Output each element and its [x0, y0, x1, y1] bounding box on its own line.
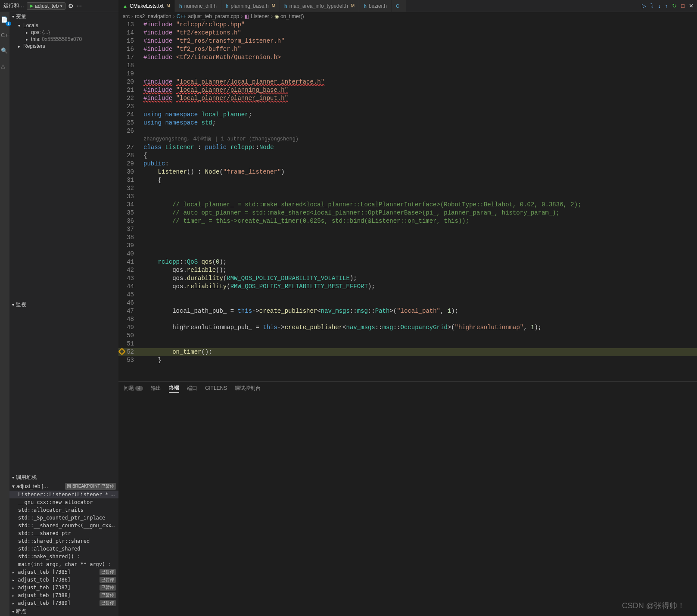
breakpoint-icon[interactable] [118, 348, 125, 355]
thread-item[interactable]: ▸ adjust_teb [7385]已暂停 [9, 568, 118, 576]
tab-output[interactable]: 输出 [151, 384, 161, 393]
code-line[interactable]: 25using namespace std; [118, 119, 697, 127]
tab-problems[interactable]: 问题 4 [124, 384, 143, 393]
editor-tab[interactable]: hbezier.h [359, 0, 392, 12]
code-line[interactable]: 32 [118, 184, 697, 193]
callstack-target[interactable]: ▾ adjust_teb [… 因 BREAKPOINT 已暂停 [9, 482, 118, 491]
code-line[interactable]: 46 [118, 299, 697, 307]
code-line[interactable]: 18 [118, 62, 697, 70]
tab-ports[interactable]: 端口 [187, 384, 197, 393]
breadcrumb[interactable]: src › ros2_navigation › C++ adjust_teb_p… [118, 12, 697, 21]
explorer-icon[interactable]: 📄 [1, 16, 9, 24]
code-line[interactable]: 36 // timer_ = this->create_wall_timer(0… [118, 217, 697, 225]
code-line[interactable]: 16#include "tf2_ros/buffer.h" [118, 45, 697, 53]
code-line[interactable]: 26 [118, 127, 697, 135]
code-line[interactable]: 29public: [118, 160, 697, 168]
code-line[interactable]: 41 rclcpp::QoS qos(0); [118, 258, 697, 266]
callstack-frame[interactable]: std::__shared_count<(__gnu_cxx::_ [9, 522, 118, 529]
callstack-frame[interactable]: std::shared_ptr::shared [9, 537, 118, 545]
cpp-icon[interactable]: C++ [1, 32, 9, 40]
code-line[interactable]: 21#include "local_planner/planning_base.… [118, 86, 697, 94]
code-line[interactable]: 52 on_timer(); [118, 348, 697, 356]
code-line[interactable]: 22#include "local_planner/planner_input.… [118, 94, 697, 103]
thread-item[interactable]: ▸ adjust_teb [7389]已暂停 [9, 599, 118, 607]
callstack-frame[interactable]: std::make_shared() : [9, 553, 118, 560]
code-line[interactable]: 15#include "tf2_ros/transform_listener.h… [118, 37, 697, 45]
editor-tab[interactable]: hmap_area_info_typedef.hM [280, 0, 359, 12]
line-number: 34 [118, 201, 140, 209]
code-line[interactable]: 47 local_path_pub_ = this->create_publis… [118, 307, 697, 315]
code-line[interactable]: 20#include "local_planner/local_planner_… [118, 78, 697, 86]
breakpoints-section[interactable]: ▾ 断点 [9, 607, 118, 616]
editor-tab[interactable]: ▲CMakeLists.txtM [118, 0, 175, 12]
registers-group[interactable]: ▸ Registers [16, 43, 118, 50]
code-line[interactable]: 43 qos.durability(RMW_QOS_POLICY_DURABIL… [118, 274, 697, 283]
debug-restart-icon[interactable]: ↻ [672, 3, 677, 9]
testing-icon[interactable]: △ [1, 63, 9, 71]
thread-item[interactable]: ▸ adjust_teb [7387]已暂停 [9, 584, 118, 591]
watch-section[interactable]: ▾ 监视 [9, 300, 118, 309]
code-line[interactable]: 37 [118, 225, 697, 233]
debug-stop-icon[interactable]: □ [681, 3, 685, 9]
code-line[interactable]: 28{ [118, 152, 697, 160]
code-line[interactable]: 14#include "tf2/exceptions.h" [118, 29, 697, 37]
code-line[interactable]: 53 } [118, 356, 697, 364]
code-line[interactable]: 17#include <tf2/LinearMath/Quaternion.h> [118, 53, 697, 62]
modified-indicator: M [351, 3, 355, 8]
code-editor[interactable]: 13#include "rclcpp/rclcpp.hpp"14#include… [118, 21, 697, 381]
variable-this[interactable]: ▸ this: 0x55555585e070 [16, 36, 118, 43]
code-line[interactable]: 24using namespace local_planner; [118, 111, 697, 119]
more-icon[interactable]: ⋯ [76, 3, 83, 9]
editor-tab[interactable]: hplanning_base.hM [221, 0, 280, 12]
launch-config-name: adjust_teb [35, 3, 59, 9]
editor-tab[interactable]: hnumeric_diff.h [175, 0, 221, 12]
thread-item[interactable]: ▸ adjust_teb [7386]已暂停 [9, 576, 118, 584]
tab-debugconsole[interactable]: 调试控制台 [235, 384, 261, 393]
line-number: 43 [118, 274, 140, 283]
code-line[interactable]: 40 [118, 250, 697, 258]
search-icon[interactable]: 🔍 [1, 47, 9, 55]
code-line[interactable]: 51 [118, 340, 697, 348]
code-line[interactable]: 33 [118, 193, 697, 201]
code-line[interactable]: 35 // auto opt_planner = std::make_share… [118, 209, 697, 217]
code-line[interactable]: 13#include "rclcpp/rclcpp.hpp" [118, 21, 697, 29]
callstack-frame[interactable]: std::allocate_shared [9, 545, 118, 553]
tab-gitlens[interactable]: GITLENS [205, 384, 227, 392]
debug-step-over-icon[interactable]: ⤵ [650, 3, 653, 9]
callstack-frame[interactable]: std::_Sp_counted_ptr_inplace [9, 514, 118, 522]
variables-section[interactable]: ▾ 变量 [9, 12, 118, 21]
code-line[interactable]: 38 [118, 233, 697, 242]
callstack-frame[interactable]: std::__shared_ptr [9, 529, 118, 537]
editor-tab[interactable]: C [392, 0, 406, 12]
callstack-frame[interactable]: Listener::Listener(Listener * con [9, 491, 118, 498]
code-line[interactable]: 39 [118, 242, 697, 250]
gear-icon[interactable]: ⚙ [68, 3, 74, 9]
close-icon[interactable]: ✕ [689, 3, 694, 9]
code-line[interactable]: 23 [118, 103, 697, 111]
code-line[interactable]: 50 [118, 332, 697, 340]
thread-item[interactable]: ▸ adjust_teb [7388]已暂停 [9, 591, 118, 599]
locals-group[interactable]: ▾ Locals [16, 22, 118, 29]
callstack-frame[interactable]: std::allocator_traits [9, 506, 118, 514]
code-line[interactable]: 31 { [118, 176, 697, 184]
code-line[interactable]: zhangyongsheng, 4小时前 | 1 author (zhangyo… [118, 135, 697, 143]
variable-qos[interactable]: ▸ qos: {...} [16, 29, 118, 36]
code-line[interactable]: 27class Listener : public rclcpp::Node [118, 143, 697, 152]
callstack-section[interactable]: ▾ 调用堆栈 [9, 473, 118, 482]
code-line[interactable]: 45 [118, 291, 697, 299]
debug-continue-icon[interactable]: ▷ [642, 3, 646, 9]
launch-config-dropdown[interactable]: ▶ adjust_teb ▾ [27, 2, 65, 10]
code-line[interactable]: 48 [118, 315, 697, 324]
callstack-frame[interactable]: __gnu_cxx::new_allocator [9, 498, 118, 506]
code-line[interactable]: 49 highresolutionmap_pub_ = this->create… [118, 324, 697, 332]
code-line[interactable]: 42 qos.reliable(); [118, 266, 697, 274]
debug-step-into-icon[interactable]: ↓ [658, 3, 661, 9]
code-line[interactable]: 30 Listener() : Node("frame_listener") [118, 168, 697, 176]
debug-step-out-icon[interactable]: ↑ [665, 3, 668, 9]
tab-terminal[interactable]: 终端 [169, 383, 179, 393]
code-line[interactable]: 34 // local_planner_ = std::make_shared<… [118, 201, 697, 209]
line-number: 40 [118, 250, 140, 258]
callstack-frame[interactable]: main(int argc, char ** argv) : [9, 560, 118, 568]
code-line[interactable]: 44 qos.reliability(RMW_QOS_POLICY_RELIAB… [118, 283, 697, 291]
code-line[interactable]: 19 [118, 70, 697, 78]
